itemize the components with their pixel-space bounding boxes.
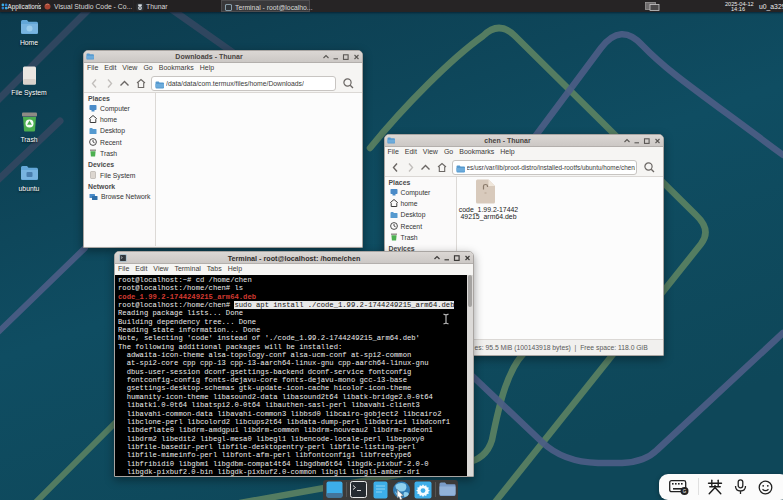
svg-text:G: G [683, 489, 687, 494]
